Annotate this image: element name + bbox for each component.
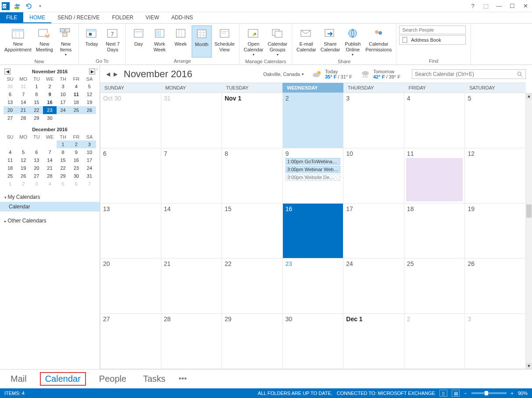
minical-day[interactable]: 3 bbox=[57, 82, 70, 90]
calendar-cell[interactable]: Dec 1 bbox=[343, 314, 404, 369]
minical-day[interactable]: 3 bbox=[83, 140, 96, 148]
minical-day[interactable]: 21 bbox=[43, 164, 56, 172]
open-calendar-button[interactable]: Open Calendar▾ bbox=[242, 25, 265, 58]
minical-day[interactable]: 25 bbox=[70, 106, 83, 114]
appointment[interactable]: 3:00pm Webinar Website Designer bbox=[286, 166, 341, 173]
appointment[interactable]: 1:00pm GoToWebinar - [Webinar] How to … bbox=[286, 158, 341, 165]
nav-people[interactable]: People bbox=[96, 372, 130, 386]
minical-day[interactable]: 7 bbox=[43, 148, 56, 156]
calendar-cell[interactable]: 10 bbox=[343, 148, 404, 204]
calendar-cell[interactable]: 17 bbox=[343, 204, 404, 259]
calendar-cell[interactable]: 14 bbox=[161, 204, 222, 259]
schedule-view-button[interactable]: Schedule View bbox=[213, 25, 236, 57]
calendar-cell[interactable]: 3 bbox=[465, 314, 526, 369]
minical-day[interactable]: 10 bbox=[57, 90, 70, 98]
calendar-cell[interactable]: 31 bbox=[161, 93, 222, 148]
minical-day[interactable]: 30 bbox=[70, 172, 83, 180]
minical-next[interactable]: ▶ bbox=[89, 68, 95, 75]
tab-view[interactable]: VIEW bbox=[139, 12, 165, 23]
minical-day[interactable]: 31 bbox=[17, 82, 30, 90]
work-week-button[interactable]: Work Week bbox=[150, 25, 170, 57]
normal-view-icon[interactable]: ▯ bbox=[439, 390, 447, 397]
calendar-cell[interactable]: 3 bbox=[343, 93, 404, 148]
close-button[interactable]: ✕ bbox=[519, 0, 532, 12]
calendar-cell[interactable]: 12 bbox=[465, 148, 526, 204]
calendar-node[interactable]: Calendar bbox=[0, 202, 100, 212]
reading-view-icon[interactable]: ▤ bbox=[452, 390, 460, 397]
minical-day[interactable]: 20 bbox=[30, 164, 43, 172]
minical-day[interactable]: 25 bbox=[4, 172, 17, 180]
calendar-cell[interactable]: 26 bbox=[465, 258, 526, 314]
calendar-cell[interactable]: 8 bbox=[222, 148, 283, 204]
minical-day[interactable]: 29 bbox=[30, 114, 43, 122]
calendar-cell[interactable]: 27 bbox=[100, 314, 161, 369]
minical-day[interactable]: 17 bbox=[83, 156, 96, 164]
scrollbar[interactable]: ▲ ▼ bbox=[526, 93, 532, 369]
calendar-cell[interactable]: Nov 1 bbox=[222, 93, 283, 148]
minical-day[interactable]: 7 bbox=[83, 180, 96, 188]
minical-day[interactable]: 21 bbox=[17, 106, 30, 114]
maximize-button[interactable]: ☐ bbox=[506, 0, 519, 12]
tab-file[interactable]: FILE bbox=[0, 12, 23, 23]
my-calendars-node[interactable]: My Calendars bbox=[4, 192, 95, 202]
calendar-cell[interactable]: 2 bbox=[283, 93, 344, 148]
minical-prev[interactable]: ◀ bbox=[4, 68, 11, 75]
minical-day[interactable] bbox=[17, 140, 30, 148]
zoom-in[interactable]: + bbox=[511, 391, 514, 396]
weather-location[interactable]: Oakville, Canada▾ bbox=[263, 72, 304, 77]
minical-day[interactable]: 1 bbox=[57, 140, 70, 148]
minical-day[interactable]: 3 bbox=[30, 180, 43, 188]
calendar-cell[interactable]: 19 bbox=[465, 204, 526, 259]
minical-day[interactable]: 1 bbox=[30, 82, 43, 90]
calendar-cell[interactable]: 30 bbox=[283, 314, 344, 369]
minical-day[interactable]: 18 bbox=[4, 164, 17, 172]
minical-day[interactable]: 10 bbox=[83, 148, 96, 156]
minical-day[interactable]: 5 bbox=[83, 82, 96, 90]
search-people-input[interactable] bbox=[399, 25, 466, 34]
minical-day[interactable]: 17 bbox=[57, 98, 70, 106]
minical-day[interactable]: 6 bbox=[4, 90, 17, 98]
appointment[interactable]: 3:00pm Website De… bbox=[286, 174, 341, 181]
minical-day[interactable]: 20 bbox=[4, 106, 17, 114]
minical-day[interactable]: 2 bbox=[70, 140, 83, 148]
minical-day[interactable]: 4 bbox=[43, 180, 56, 188]
calendar-cell[interactable]: 4 bbox=[404, 93, 465, 148]
share-calendar-button[interactable]: Share Calendar bbox=[319, 25, 342, 58]
minical-day[interactable]: 6 bbox=[30, 148, 43, 156]
qat-customize[interactable]: ▾ bbox=[35, 1, 45, 11]
today-button[interactable]: Today bbox=[82, 25, 102, 57]
scroll-down[interactable]: ▼ bbox=[526, 363, 532, 369]
scroll-up[interactable]: ▲ bbox=[526, 93, 532, 99]
minical-day[interactable]: 31 bbox=[83, 172, 96, 180]
minical-day[interactable]: 7 bbox=[17, 90, 30, 98]
minical-day[interactable]: 30 bbox=[4, 82, 17, 90]
minical-day[interactable]: 14 bbox=[17, 98, 30, 106]
collapse-sidebar[interactable]: ‹ bbox=[96, 67, 98, 72]
new-appointment-button[interactable]: New Appointment bbox=[3, 25, 33, 58]
minical-day[interactable]: 16 bbox=[43, 98, 56, 106]
minical-day[interactable]: 1 bbox=[4, 180, 17, 188]
ribbon-display-options[interactable]: ⬚ bbox=[479, 0, 493, 12]
calendar-permissions-button[interactable]: Calendar Permissions bbox=[364, 25, 393, 58]
address-book-button[interactable]: Address Book bbox=[399, 35, 466, 45]
minical-day[interactable]: 28 bbox=[17, 114, 30, 122]
minical-day[interactable] bbox=[30, 140, 43, 148]
help-button[interactable]: ? bbox=[466, 0, 479, 12]
minical-day[interactable]: 5 bbox=[17, 148, 30, 156]
minical-day[interactable]: 14 bbox=[43, 156, 56, 164]
minical-day[interactable]: 4 bbox=[4, 148, 17, 156]
calendar-cell[interactable]: 21 bbox=[161, 258, 222, 314]
calendar-cell[interactable]: 15 bbox=[222, 204, 283, 259]
minical-day[interactable]: 9 bbox=[43, 90, 56, 98]
minical-day[interactable] bbox=[43, 140, 56, 148]
minical-day[interactable]: 24 bbox=[57, 106, 70, 114]
minical-day[interactable]: 6 bbox=[70, 180, 83, 188]
calendar-cell[interactable]: 18 bbox=[404, 204, 465, 259]
minical-day[interactable]: 27 bbox=[4, 114, 17, 122]
minical-day[interactable]: 22 bbox=[30, 106, 43, 114]
minical-day[interactable]: 12 bbox=[17, 156, 30, 164]
calendar-cell[interactable]: 24 bbox=[343, 258, 404, 314]
scroll-thumb[interactable] bbox=[526, 204, 532, 218]
other-calendars-node[interactable]: Other Calendars bbox=[4, 216, 95, 226]
tab-folder[interactable]: FOLDER bbox=[106, 12, 139, 23]
